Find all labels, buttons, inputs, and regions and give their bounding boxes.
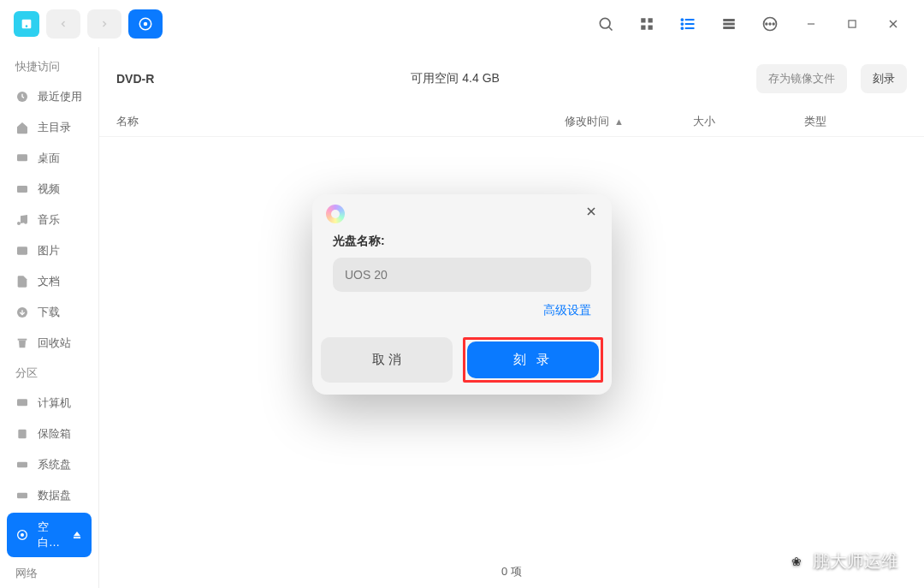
video-icon bbox=[15, 182, 29, 196]
burn-highlight: 刻 录 bbox=[463, 337, 603, 383]
svg-rect-39 bbox=[17, 493, 27, 499]
sidebar-item-videos[interactable]: 视频 bbox=[0, 174, 98, 205]
nav-forward-button[interactable] bbox=[87, 9, 121, 39]
save-as-image-button[interactable]: 存为镜像文件 bbox=[756, 64, 847, 93]
download-icon bbox=[15, 306, 29, 319]
sidebar-item-computer[interactable]: 计算机 bbox=[0, 388, 98, 419]
column-name[interactable]: 名称 bbox=[116, 114, 565, 129]
sidebar-item-label: 视频 bbox=[38, 181, 60, 197]
sidebar-item-downloads[interactable]: 下载 bbox=[0, 297, 98, 328]
svg-rect-24 bbox=[849, 20, 856, 27]
svg-rect-32 bbox=[17, 246, 27, 254]
sort-asc-icon: ▲ bbox=[614, 116, 624, 127]
svg-point-21 bbox=[769, 23, 771, 25]
svg-point-3 bbox=[145, 22, 147, 25]
advanced-settings-link[interactable]: 高级设置 bbox=[543, 303, 591, 317]
svg-rect-6 bbox=[641, 18, 645, 22]
sidebar-item-documents[interactable]: 文档 bbox=[0, 266, 98, 297]
sidebar-item-data-disk[interactable]: 数据盘 bbox=[0, 480, 98, 511]
sidebar-item-system-disk[interactable]: 系统盘 bbox=[0, 449, 98, 480]
sidebar-item-trash[interactable]: 回收站 bbox=[0, 328, 98, 359]
sidebar-item-music[interactable]: 音乐 bbox=[0, 205, 98, 235]
svg-rect-8 bbox=[641, 25, 645, 29]
sidebar-item-recent[interactable]: 最近使用 bbox=[0, 81, 98, 112]
eject-icon[interactable] bbox=[71, 528, 83, 542]
sidebar-item-label: 下载 bbox=[38, 305, 60, 320]
dialog-close-button[interactable] bbox=[584, 205, 598, 223]
free-space-label: 可用空间 4.4 GB bbox=[411, 71, 499, 86]
music-icon bbox=[15, 213, 29, 227]
svg-point-4 bbox=[600, 18, 610, 28]
svg-rect-36 bbox=[17, 399, 27, 406]
disc-color-icon bbox=[326, 205, 345, 223]
svg-marker-42 bbox=[74, 532, 80, 536]
sidebar-item-label: 主目录 bbox=[38, 120, 71, 135]
sidebar-item-label: 桌面 bbox=[38, 151, 60, 166]
sidebar-item-blank-disc[interactable]: 空白… bbox=[7, 513, 92, 557]
svg-rect-43 bbox=[74, 537, 80, 538]
disc-button[interactable] bbox=[128, 9, 163, 39]
svg-rect-9 bbox=[649, 25, 653, 29]
svg-line-5 bbox=[609, 27, 613, 30]
picture-icon bbox=[15, 244, 29, 258]
app-logo bbox=[14, 11, 39, 37]
sidebar-item-vault[interactable]: 保险箱 bbox=[0, 419, 98, 449]
view-grid-icon[interactable] bbox=[630, 7, 664, 41]
svg-point-13 bbox=[682, 19, 684, 21]
dialog-body: 光盘名称: 高级设置 bbox=[312, 234, 612, 337]
window-minimize-button[interactable] bbox=[794, 7, 828, 41]
svg-rect-38 bbox=[17, 462, 27, 468]
more-icon[interactable] bbox=[753, 7, 787, 41]
window-close-button[interactable] bbox=[876, 7, 910, 41]
svg-rect-28 bbox=[17, 154, 27, 161]
content-header: DVD-R 可用空间 4.4 GB 存为镜像文件 刻录 bbox=[99, 47, 924, 107]
sidebar-item-pictures[interactable]: 图片 bbox=[0, 235, 98, 266]
column-size[interactable]: 大小 bbox=[693, 114, 804, 129]
view-compact-icon[interactable] bbox=[712, 7, 746, 41]
vault-icon bbox=[15, 427, 29, 441]
disc-name-label: 光盘名称: bbox=[333, 234, 591, 249]
disc-label: DVD-R bbox=[116, 72, 154, 86]
svg-point-1 bbox=[26, 25, 28, 27]
document-icon bbox=[15, 275, 29, 288]
svg-point-14 bbox=[682, 23, 684, 25]
svg-point-41 bbox=[21, 534, 24, 537]
disc-name-input[interactable] bbox=[333, 258, 591, 292]
home-icon bbox=[15, 121, 29, 134]
svg-rect-29 bbox=[17, 186, 27, 193]
svg-rect-7 bbox=[649, 18, 653, 22]
computer-icon bbox=[15, 396, 29, 410]
window-maximize-button[interactable] bbox=[835, 7, 869, 41]
burn-dialog: 光盘名称: 高级设置 取 消 刻 录 bbox=[312, 194, 612, 395]
view-list-icon[interactable] bbox=[671, 7, 705, 41]
sidebar-item-label: 文档 bbox=[38, 274, 60, 289]
disk-icon bbox=[15, 458, 29, 472]
advanced-settings-wrap: 高级设置 bbox=[333, 302, 591, 318]
sidebar-item-label: 计算机 bbox=[38, 395, 71, 411]
disc-icon bbox=[15, 528, 29, 542]
columns-row: 名称 修改时间▲ 大小 类型 bbox=[99, 107, 924, 137]
svg-point-30 bbox=[17, 222, 21, 225]
cancel-button[interactable]: 取 消 bbox=[321, 337, 453, 383]
svg-rect-18 bbox=[723, 27, 735, 29]
sidebar-item-home[interactable]: 主目录 bbox=[0, 112, 98, 143]
disk-icon bbox=[15, 489, 29, 502]
trash-icon bbox=[15, 336, 29, 350]
dialog-titlebar bbox=[312, 194, 612, 234]
item-count-footer: 0 项 bbox=[99, 555, 924, 588]
nav-back-button[interactable] bbox=[46, 9, 80, 39]
dialog-burn-button[interactable]: 刻 录 bbox=[467, 342, 599, 378]
sidebar-item-label: 最近使用 bbox=[38, 89, 82, 104]
svg-rect-16 bbox=[723, 19, 735, 21]
desktop-icon bbox=[15, 151, 29, 165]
titlebar bbox=[0, 0, 924, 47]
sidebar-section-network: 网络 bbox=[0, 559, 98, 588]
sidebar-item-desktop[interactable]: 桌面 bbox=[0, 143, 98, 174]
burn-button[interactable]: 刻录 bbox=[861, 64, 907, 93]
column-mtime[interactable]: 修改时间▲ bbox=[565, 114, 693, 129]
svg-point-31 bbox=[24, 221, 27, 224]
sidebar-item-label: 系统盘 bbox=[38, 457, 71, 472]
column-type[interactable]: 类型 bbox=[804, 114, 907, 129]
search-icon[interactable] bbox=[589, 7, 623, 41]
sidebar-item-label: 回收站 bbox=[38, 336, 71, 351]
